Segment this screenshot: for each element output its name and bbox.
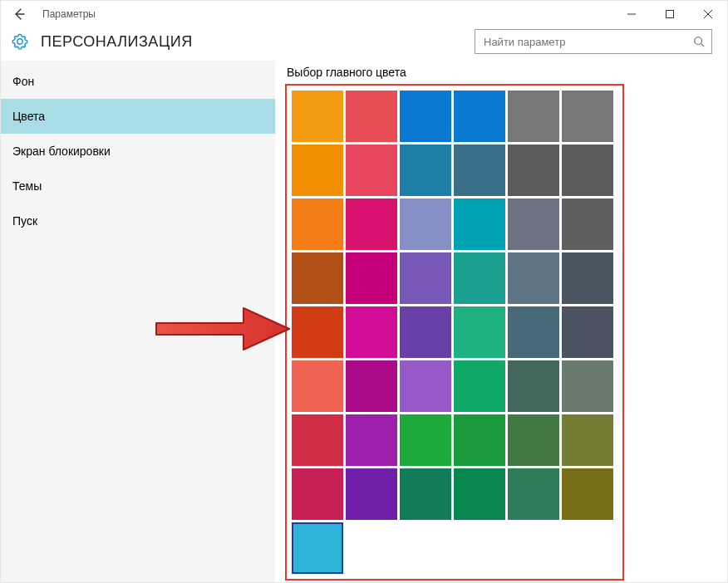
section-title: Выбор главного цвета bbox=[287, 66, 719, 79]
back-button[interactable] bbox=[7, 2, 31, 26]
titlebar: Параметры bbox=[1, 1, 727, 27]
color-swatch[interactable] bbox=[292, 306, 343, 358]
window-controls bbox=[612, 2, 727, 27]
back-arrow-icon bbox=[12, 7, 26, 21]
color-swatch[interactable] bbox=[454, 145, 505, 196]
color-swatch[interactable] bbox=[346, 198, 397, 250]
maximize-icon bbox=[666, 10, 674, 18]
color-swatch[interactable] bbox=[508, 145, 559, 196]
annotation-frame bbox=[285, 84, 624, 581]
color-swatch[interactable] bbox=[454, 414, 505, 466]
color-swatch[interactable] bbox=[400, 468, 451, 520]
color-swatch[interactable] bbox=[562, 414, 613, 466]
color-swatch[interactable] bbox=[508, 468, 559, 520]
svg-point-5 bbox=[695, 37, 702, 45]
color-swatch[interactable] bbox=[346, 252, 397, 304]
color-swatch[interactable] bbox=[292, 91, 343, 142]
color-swatch[interactable] bbox=[562, 91, 613, 142]
window-title: Параметры bbox=[42, 8, 96, 20]
close-icon bbox=[704, 10, 712, 18]
color-swatch[interactable] bbox=[292, 198, 343, 250]
settings-window: Параметры ПЕРСОНАЛИЗАЦИЯ bbox=[0, 0, 728, 583]
color-swatch[interactable] bbox=[454, 91, 505, 142]
color-swatch-grid bbox=[292, 91, 617, 574]
color-swatch[interactable] bbox=[454, 252, 505, 304]
color-swatch[interactable] bbox=[346, 91, 397, 142]
sidebar-item-0[interactable]: Фон bbox=[1, 64, 275, 99]
color-swatch[interactable] bbox=[562, 468, 613, 520]
color-swatch[interactable] bbox=[292, 360, 343, 412]
color-swatch[interactable] bbox=[400, 306, 451, 358]
color-swatch[interactable] bbox=[400, 91, 451, 142]
sidebar-item-label: Темы bbox=[12, 179, 42, 193]
sidebar-item-label: Экран блокировки bbox=[12, 145, 111, 158]
gear-icon bbox=[11, 32, 29, 51]
color-swatch[interactable] bbox=[508, 414, 559, 466]
color-swatch[interactable] bbox=[346, 306, 397, 358]
color-swatch[interactable] bbox=[346, 145, 397, 196]
svg-rect-2 bbox=[667, 11, 674, 18]
color-swatch[interactable] bbox=[508, 252, 559, 304]
maximize-button[interactable] bbox=[651, 2, 689, 27]
color-swatch[interactable] bbox=[454, 198, 505, 250]
sidebar-item-label: Пуск bbox=[12, 214, 37, 228]
color-swatch[interactable] bbox=[400, 360, 451, 412]
color-swatch[interactable] bbox=[400, 198, 451, 250]
body: ФонЦветаЭкран блокировкиТемыПуск Выбор г… bbox=[1, 61, 727, 583]
sidebar-item-2[interactable]: Экран блокировки bbox=[1, 134, 275, 169]
search-box[interactable] bbox=[475, 29, 712, 54]
main-panel: Выбор главного цвета bbox=[275, 61, 727, 583]
color-swatch[interactable] bbox=[346, 414, 397, 466]
color-swatch[interactable] bbox=[562, 145, 613, 196]
color-swatch[interactable] bbox=[508, 360, 559, 412]
svg-line-6 bbox=[701, 44, 705, 47]
minimize-button[interactable] bbox=[612, 2, 651, 27]
sidebar-item-4[interactable]: Пуск bbox=[1, 203, 275, 238]
header-row: ПЕРСОНАЛИЗАЦИЯ bbox=[1, 27, 727, 61]
color-swatch[interactable] bbox=[562, 198, 613, 250]
color-swatch[interactable] bbox=[292, 252, 343, 304]
sidebar-item-label: Фон bbox=[12, 75, 34, 88]
sidebar: ФонЦветаЭкран блокировкиТемыПуск bbox=[1, 61, 275, 583]
color-swatch[interactable] bbox=[454, 468, 505, 520]
page-title: ПЕРСОНАЛИЗАЦИЯ bbox=[41, 33, 193, 51]
color-swatch[interactable] bbox=[346, 360, 397, 412]
color-swatch[interactable] bbox=[454, 360, 505, 412]
sidebar-item-label: Цвета bbox=[12, 110, 45, 123]
minimize-icon bbox=[627, 10, 636, 18]
color-swatch[interactable] bbox=[562, 306, 613, 358]
color-swatch[interactable] bbox=[400, 252, 451, 304]
color-swatch[interactable] bbox=[508, 198, 559, 250]
sidebar-item-1[interactable]: Цвета bbox=[1, 99, 275, 134]
color-swatch[interactable] bbox=[292, 145, 343, 196]
search-input[interactable] bbox=[482, 35, 691, 49]
settings-icon bbox=[9, 31, 31, 52]
color-swatch[interactable] bbox=[292, 522, 343, 574]
color-swatch[interactable] bbox=[400, 414, 451, 466]
color-swatch[interactable] bbox=[292, 414, 343, 466]
search-icon bbox=[691, 34, 706, 49]
color-swatch[interactable] bbox=[508, 306, 559, 358]
color-swatch[interactable] bbox=[400, 145, 451, 196]
color-swatch[interactable] bbox=[562, 252, 613, 304]
sidebar-item-3[interactable]: Темы bbox=[1, 169, 275, 203]
color-swatch[interactable] bbox=[292, 468, 343, 520]
color-swatch[interactable] bbox=[562, 360, 613, 412]
close-button[interactable] bbox=[689, 2, 727, 27]
color-swatch[interactable] bbox=[508, 91, 559, 142]
color-swatch[interactable] bbox=[346, 468, 397, 520]
color-swatch[interactable] bbox=[454, 306, 505, 358]
